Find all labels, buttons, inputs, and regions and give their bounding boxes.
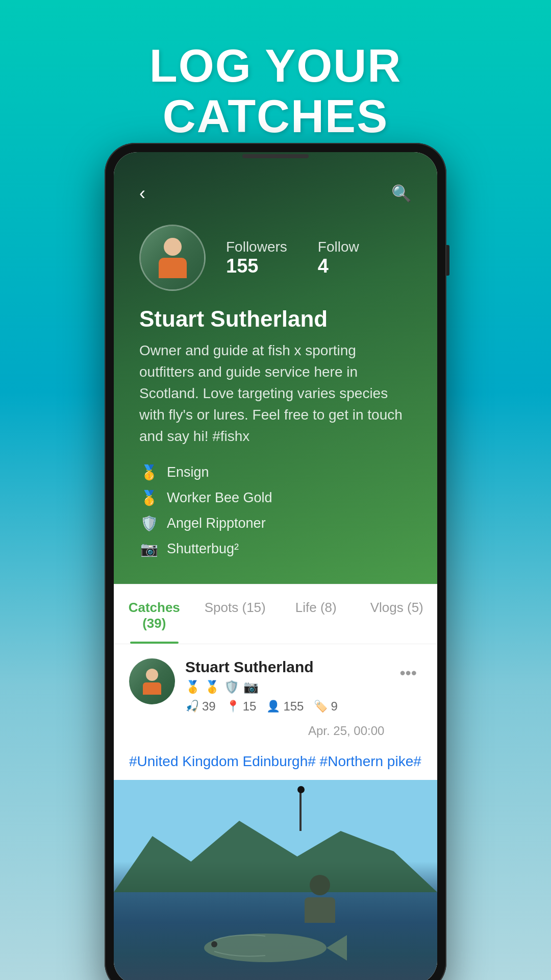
tabs-bar: Catches (39) Spots (15) Life (8) Vlogs (… — [114, 584, 437, 644]
badge-worker-bee: 🥇 Worker Bee Gold — [139, 488, 412, 507]
following-stat: Follow 4 — [318, 239, 359, 277]
post-stats-row: 🎣 39 📍 15 👤 155 — [185, 699, 384, 738]
phone-screen: ‹ 🔍 Follow — [114, 152, 437, 980]
badge-ensign-icon: 🥇 — [139, 462, 159, 482]
nav-bar: ‹ 🔍 — [139, 183, 412, 204]
mountain-silhouette — [114, 816, 437, 892]
post-username: Stuart Sutherland — [185, 658, 384, 676]
tab-vlogs[interactable]: Vlogs (5) — [357, 584, 438, 644]
svg-marker-2 — [327, 935, 347, 961]
post-image — [114, 780, 437, 980]
post-badge-3: 🛡️ — [224, 680, 239, 694]
stats-container: Followers 155 Follow 4 — [226, 239, 359, 277]
post-more-button[interactable]: ••• — [394, 658, 422, 688]
avatar-body — [159, 258, 187, 278]
followers-icon: 👤 — [266, 700, 280, 713]
badge-angel: 🛡️ Angel Ripptoner — [139, 513, 412, 533]
post-badge-4: 📷 — [243, 680, 259, 694]
post-stat-following: 🏷️ 9 — [314, 699, 337, 714]
badge-worker-bee-label: Worker Bee Gold — [167, 490, 272, 506]
followers-count: 155 — [226, 255, 287, 277]
post-date: Apr. 25, 00:00 — [308, 724, 384, 738]
post-spots-count: 15 — [243, 699, 257, 714]
camera-dot — [297, 786, 305, 793]
avatar — [139, 225, 206, 291]
post-stat-catches: 🎣 39 — [185, 699, 216, 714]
location-icon: 📍 — [226, 700, 240, 713]
post-badge-2: 🥇 — [205, 680, 220, 694]
following-label: Follow — [318, 239, 359, 255]
post-tags[interactable]: #United Kingdom Edinburgh# #Northern pik… — [114, 748, 437, 780]
followers-label: Followers — [226, 239, 287, 255]
avatar-head — [164, 238, 182, 256]
badges-list: 🥇 Ensign 🥇 Worker Bee Gold 🛡️ Angel Ripp… — [139, 462, 412, 558]
catches-icon: 🎣 — [185, 700, 199, 713]
tab-spots[interactable]: Spots (15) — [195, 584, 276, 644]
post-catches-count: 39 — [202, 699, 216, 714]
badge-angel-label: Angel Ripptoner — [167, 516, 266, 531]
profile-info-row: Followers 155 Follow 4 — [139, 225, 412, 291]
svg-point-3 — [211, 941, 217, 947]
avatar-placeholder — [141, 226, 204, 289]
promo-title: LOG YOUR CATCHES — [31, 41, 520, 142]
badge-angel-icon: 🛡️ — [139, 513, 159, 533]
profile-header: ‹ 🔍 Follow — [114, 152, 437, 584]
tab-life[interactable]: Life (8) — [276, 584, 357, 644]
person-silhouette — [299, 875, 340, 923]
camera-pole — [299, 790, 302, 831]
avatar-person — [159, 238, 187, 278]
badge-shutterbug-label: Shutterbug² — [167, 541, 239, 557]
post-badges: 🥇 🥇 🛡️ 📷 — [185, 680, 384, 694]
tab-catches[interactable]: Catches (39) — [114, 584, 195, 644]
back-button[interactable]: ‹ — [139, 183, 145, 204]
post-header: Stuart Sutherland 🥇 🥇 🛡️ 📷 🎣 39 — [114, 644, 437, 748]
post-stat-followers: 👤 155 — [266, 699, 304, 714]
tabs-section: Catches (39) Spots (15) Life (8) Vlogs (… — [114, 584, 437, 644]
post-user-info: Stuart Sutherland 🥇 🥇 🛡️ 📷 🎣 39 — [185, 658, 384, 738]
post-following-count: 9 — [331, 699, 337, 714]
search-button[interactable]: 🔍 — [391, 184, 412, 203]
post-avatar[interactable] — [129, 658, 175, 704]
post-followers-count: 155 — [283, 699, 304, 714]
following-count: 4 — [318, 255, 359, 277]
followers-stat: Followers 155 — [226, 239, 287, 277]
phone-mockup: ‹ 🔍 Follow — [105, 143, 446, 980]
svg-marker-0 — [114, 821, 437, 892]
phone-notch — [242, 154, 309, 158]
badge-shutterbug: 📷 Shutterbug² — [139, 539, 412, 558]
post-badge-1: 🥇 — [185, 680, 201, 694]
badge-ensign-label: Ensign — [167, 464, 209, 480]
post-stat-spots: 📍 15 — [226, 699, 257, 714]
phone-side-button — [446, 245, 449, 276]
post-card: Stuart Sutherland 🥇 🥇 🛡️ 📷 🎣 39 — [114, 644, 437, 980]
following-icon: 🏷️ — [314, 700, 328, 713]
fish-image — [194, 930, 357, 968]
phone-frame: ‹ 🔍 Follow — [105, 143, 446, 980]
badge-worker-bee-icon: 🥇 — [139, 488, 159, 507]
post-avatar-inner — [129, 658, 175, 704]
profile-bio: Owner and guide at fish x sporting outfi… — [139, 340, 412, 447]
badge-shutterbug-icon: 📷 — [139, 539, 159, 558]
profile-name: Stuart Sutherland — [139, 306, 412, 332]
badge-ensign: 🥇 Ensign — [139, 462, 412, 482]
